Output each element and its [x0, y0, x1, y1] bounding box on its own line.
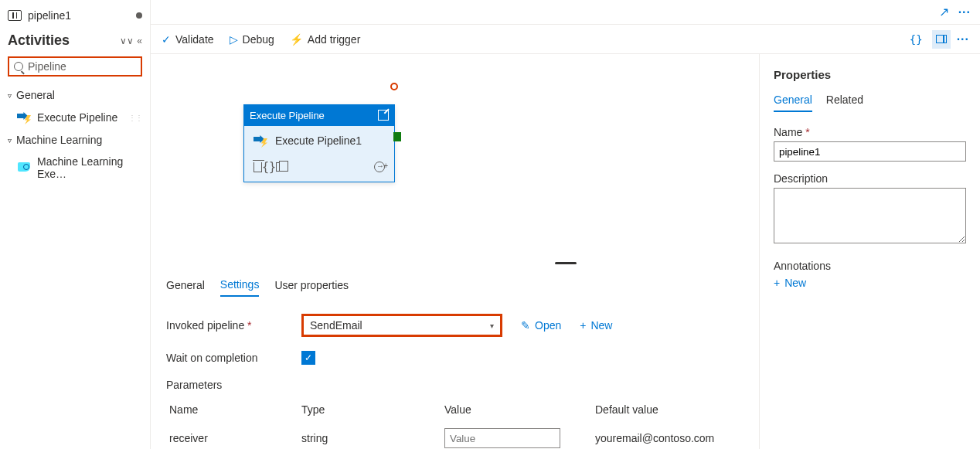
fullscreen-icon[interactable]: ↗	[939, 5, 949, 19]
copy-node-icon[interactable]	[276, 162, 284, 172]
node-body: Execute Pipeline1 {}	[243, 126, 395, 182]
validation-error-icon	[390, 83, 398, 90]
delete-node-icon[interactable]	[254, 162, 262, 172]
properties-tabs: General Related	[774, 94, 966, 112]
new-annotation-button[interactable]: + New	[774, 277, 966, 289]
machine-learning-icon	[17, 161, 31, 175]
wait-label: Wait on completion	[166, 352, 301, 364]
activity-label: Execute Pipeline	[37, 111, 117, 124]
trigger-icon: ⚡	[290, 33, 303, 46]
wait-checkbox[interactable]: ✓	[301, 351, 315, 365]
activity-label: Machine Learning Exe…	[37, 155, 142, 180]
validate-label: Validate	[175, 33, 214, 46]
checkmark-icon: ✓	[162, 33, 171, 46]
category-machine-learning[interactable]: ▿ Machine Learning	[0, 129, 150, 151]
invoked-pipeline-value: SendEmail	[310, 319, 362, 332]
unsaved-indicator-icon	[136, 12, 142, 19]
debug-label: Debug	[243, 33, 274, 46]
activities-header: Activities ∨∨ «	[0, 28, 150, 56]
prop-tab-related[interactable]: Related	[826, 94, 863, 112]
col-name: Name	[166, 403, 301, 416]
category-label: General	[16, 89, 55, 101]
tab-settings[interactable]: Settings	[220, 274, 260, 297]
activities-sidebar: pipeline1 Activities ∨∨ « Pipeline ▿ Gen…	[0, 0, 151, 449]
search-text: Pipeline	[28, 60, 66, 73]
properties-title: Properties	[774, 68, 966, 81]
main-area: ↗ ··· ✓ Validate ▷ Debug ⚡ Add trigger {…	[151, 0, 980, 449]
drag-grip-icon: ⋮⋮	[128, 114, 142, 122]
prop-tab-general[interactable]: General	[774, 94, 812, 112]
success-connector-icon[interactable]	[393, 132, 401, 141]
node-type-label: Execute Pipeline	[250, 110, 325, 121]
toolbar-more-icon[interactable]: ···	[957, 32, 969, 46]
open-label: Open	[535, 319, 561, 332]
new-label: New	[590, 319, 612, 332]
description-label: Description	[774, 172, 966, 185]
name-label: Name *	[774, 126, 966, 138]
collapse-sidebar-icon[interactable]: «	[137, 36, 142, 46]
invoked-pipeline-select[interactable]: SendEmail ▾	[301, 314, 502, 337]
chevron-down-icon: ▿	[8, 136, 12, 145]
execute-pipeline-icon	[254, 134, 267, 148]
breadcrumb: pipeline1	[0, 6, 150, 28]
pencil-icon: ✎	[521, 319, 530, 332]
category-label: Machine Learning	[16, 134, 102, 146]
activity-machine-learning-execute[interactable]: Machine Learning Exe…	[0, 151, 150, 185]
play-icon: ▷	[230, 33, 238, 46]
node-name: Execute Pipeline1	[275, 134, 362, 147]
add-trigger-button[interactable]: ⚡ Add trigger	[290, 33, 360, 46]
activity-execute-pipeline[interactable]: Execute Pipeline ⋮⋮	[0, 106, 150, 129]
trigger-label: Add trigger	[308, 33, 360, 46]
param-name: receiver	[166, 432, 301, 444]
pipeline-name-input[interactable]	[774, 141, 966, 162]
open-pipeline-button[interactable]: ✎ Open	[521, 319, 561, 332]
tab-general[interactable]: General	[166, 274, 205, 296]
expand-all-icon[interactable]: ∨∨	[120, 36, 134, 46]
plus-icon: +	[580, 319, 586, 332]
description-textarea[interactable]	[774, 188, 966, 243]
tab-user-properties[interactable]: User properties	[274, 274, 349, 296]
code-view-button[interactable]: {}	[907, 30, 926, 49]
activities-search-input[interactable]: Pipeline	[8, 56, 142, 77]
chevron-down-icon: ▾	[490, 321, 494, 330]
activities-title: Activities	[8, 32, 117, 49]
open-node-icon[interactable]	[378, 110, 389, 121]
col-type: Type	[301, 403, 444, 416]
execute-pipeline-icon	[17, 111, 31, 124]
pipeline-toolbar: ✓ Validate ▷ Debug ⚡ Add trigger {} ···	[151, 25, 980, 54]
validate-button[interactable]: ✓ Validate	[162, 33, 214, 46]
properties-toggle-button[interactable]	[932, 30, 951, 49]
add-output-icon[interactable]	[374, 162, 385, 172]
more-menu-icon[interactable]: ···	[958, 5, 971, 19]
properties-panel: Properties General Related Name * Descri…	[759, 54, 980, 449]
pipeline-title: pipeline1	[28, 9, 71, 22]
invoked-pipeline-label: Invoked pipeline *	[166, 319, 301, 332]
new-pipeline-button[interactable]: + New	[580, 319, 612, 332]
param-value-input[interactable]	[444, 428, 560, 448]
new-label: New	[784, 277, 806, 289]
debug-button[interactable]: ▷ Debug	[230, 33, 274, 46]
tab-header-bar: ↗ ···	[151, 0, 980, 25]
col-value: Value	[444, 403, 595, 416]
node-code-icon[interactable]: {}	[262, 160, 276, 174]
param-type: string	[301, 432, 444, 444]
search-icon	[14, 62, 23, 71]
chevron-down-icon: ▿	[8, 91, 12, 100]
pipeline-icon	[8, 10, 22, 21]
plus-icon: +	[774, 277, 780, 289]
annotations-label: Annotations	[774, 260, 966, 272]
node-header: Execute Pipeline	[243, 104, 395, 126]
category-general[interactable]: ▿ General	[0, 84, 150, 106]
canvas-execute-pipeline-node[interactable]: Execute Pipeline Execute Pipeline1 {}	[243, 104, 395, 182]
